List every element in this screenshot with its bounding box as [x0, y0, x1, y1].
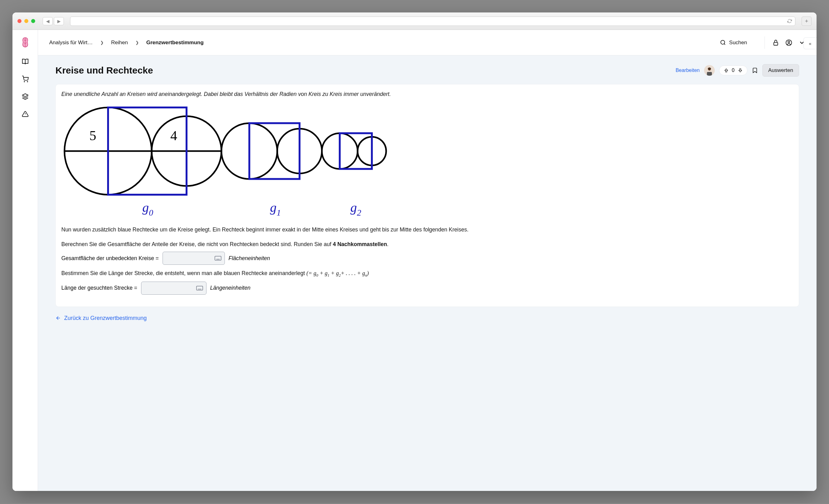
- svg-point-1: [27, 81, 28, 82]
- minimize-window[interactable]: [24, 19, 28, 23]
- svg-text:g0: g0: [142, 200, 153, 217]
- reload-icon[interactable]: [787, 19, 792, 23]
- search-label: Suchen: [729, 40, 747, 46]
- exercise-card: Eine unendliche Anzahl an Kreisen wird a…: [56, 84, 799, 307]
- search-icon: [720, 40, 726, 45]
- user-icon[interactable]: [785, 39, 792, 46]
- arrow-left-icon: [56, 315, 61, 321]
- length-input[interactable]: [141, 282, 207, 295]
- svg-point-9: [788, 41, 790, 43]
- description-text: Nun wurden zusätzlich blaue Rechtecke um…: [61, 225, 793, 234]
- alert-icon[interactable]: [22, 110, 29, 118]
- svg-marker-2: [22, 94, 28, 97]
- breadcrumb-seg-1[interactable]: Analysis für Wirt…: [49, 40, 93, 46]
- nav-back-button[interactable]: ◀: [43, 17, 52, 25]
- breadcrumb-seg-2[interactable]: Reihen: [111, 40, 128, 46]
- logo-icon[interactable]: [21, 37, 30, 48]
- browser-titlebar: ◀ ▶ +: [12, 12, 817, 30]
- input-2-label: Länge der gesuchten Strecke =: [61, 285, 137, 291]
- svg-text:g2: g2: [350, 200, 361, 217]
- book-icon[interactable]: [22, 58, 29, 65]
- input-1-label: Gesamtfläche der unbedeckten Kreise =: [61, 255, 159, 262]
- nav-forward-button[interactable]: ▶: [54, 17, 64, 25]
- svg-rect-25: [340, 133, 372, 169]
- downvote-icon[interactable]: [738, 68, 743, 73]
- author-avatar[interactable]: [704, 65, 715, 76]
- intro-text: Eine unendliche Anzahl an Kreisen wird a…: [61, 90, 793, 99]
- task-2-text: Bestimmen Sie die Länge der Strecke, die…: [61, 269, 793, 278]
- svg-point-5: [721, 40, 725, 44]
- svg-rect-7: [774, 42, 778, 45]
- svg-text:g1: g1: [270, 200, 281, 217]
- search-button[interactable]: Suchen: [720, 40, 747, 46]
- keyboard-icon: [196, 286, 203, 291]
- sidebar: [12, 30, 38, 491]
- layers-icon[interactable]: [22, 93, 29, 100]
- keyboard-icon: [215, 256, 221, 261]
- chevron-right-icon: ❯: [136, 40, 139, 45]
- cart-icon[interactable]: [22, 75, 29, 83]
- circles-diagram: 5 4 g0 g1 g2: [61, 103, 417, 221]
- svg-rect-24: [249, 123, 299, 179]
- vote-count: 0: [732, 68, 735, 73]
- url-bar[interactable]: [70, 16, 795, 26]
- breadcrumb-current: Grenzwertbestimmung: [146, 40, 204, 46]
- evaluate-button[interactable]: Auswerten: [762, 64, 799, 77]
- chevron-right-icon: ❯: [100, 40, 104, 45]
- input-2-unit: Längeneinheiten: [210, 285, 250, 291]
- vote-box: 0: [719, 65, 747, 75]
- new-tab-button[interactable]: +: [802, 16, 812, 26]
- page-title: Kreise und Rechtecke: [56, 65, 153, 76]
- collapse-panel-button[interactable]: «: [803, 37, 817, 49]
- svg-rect-39: [196, 286, 203, 290]
- lock-icon[interactable]: [772, 39, 779, 46]
- edit-link[interactable]: Bearbeiten: [676, 68, 699, 73]
- radius-1-label: 5: [89, 128, 96, 143]
- back-link[interactable]: Zurück zu Grenzwertbestimmung: [56, 315, 799, 321]
- close-window[interactable]: [17, 19, 22, 23]
- input-1-unit: Flächeneinheiten: [228, 255, 270, 262]
- upvote-icon[interactable]: [724, 68, 729, 73]
- svg-line-6: [724, 44, 725, 44]
- task-1-text: Berechnen Sie die Gesamtfläche der Antei…: [61, 240, 793, 249]
- divider: [764, 36, 765, 49]
- maximize-window[interactable]: [31, 19, 35, 23]
- svg-rect-29: [215, 256, 221, 260]
- svg-rect-12: [707, 72, 712, 76]
- radius-2-label: 4: [170, 128, 177, 143]
- window-controls: [17, 19, 35, 23]
- area-input[interactable]: [163, 252, 225, 265]
- breadcrumb: Analysis für Wirt… ❯ Reihen ❯ Grenzwertb…: [49, 40, 204, 46]
- svg-point-0: [24, 81, 25, 82]
- bookmark-icon[interactable]: [752, 67, 758, 74]
- topbar: Analysis für Wirt… ❯ Reihen ❯ Grenzwertb…: [38, 30, 817, 56]
